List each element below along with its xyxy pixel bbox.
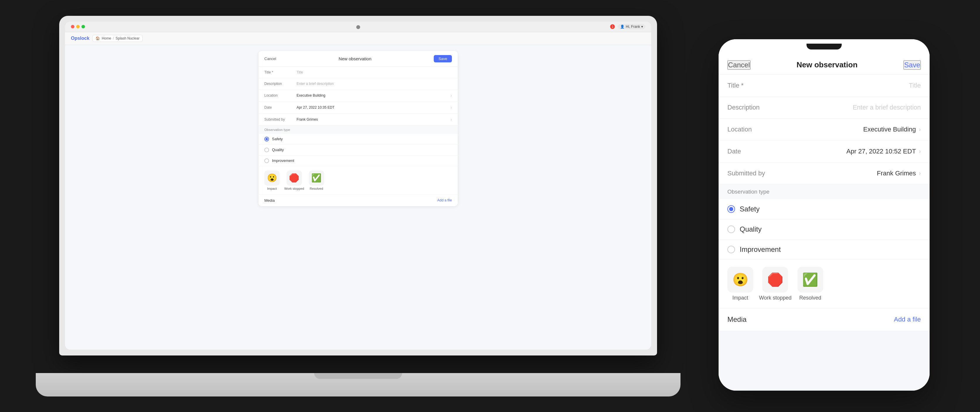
mobile-add-file-link[interactable]: Add a file [894,316,921,323]
laptop-radio-improvement-label: Improvement [272,158,294,163]
browser-chrome: Opslock 🏠 Home / Splash Nuclear [65,32,651,45]
breadcrumb-home: Home [102,36,111,40]
os-bar: ⬤ 1 👤 Hi, Frank ▾ [65,22,651,32]
mobile-radio-safety-label: Safety [740,205,760,213]
mobile-status-impact[interactable]: 😮 Impact [727,267,753,301]
laptop-work-stopped-emoji: 🛑 [286,170,302,185]
laptop-radio-quality-circle[interactable] [264,147,269,152]
mobile-description-input[interactable]: Enter a brief description [786,104,921,111]
mobile-radio-improvement-label: Improvement [740,246,781,254]
mobile-form-card: Cancel New observation Save Title * Titl… [719,54,930,331]
user-name: Hi, Frank [626,25,640,29]
laptop-save-button[interactable]: Save [434,55,452,62]
mobile-location-field[interactable]: Location Executive Building › [719,119,930,141]
mobile-radio-safety-circle[interactable] [727,205,735,213]
mobile-submitted-value: Frank Grimes [786,170,916,177]
mobile-title-input[interactable]: Title [786,82,921,89]
laptop-submitted-label: Submitted by [264,117,297,122]
os-bar-right: 1 👤 Hi, Frank ▾ [361,24,646,29]
laptop-work-stopped-label: Work stopped [284,187,304,190]
laptop-impact-emoji: 😮 [264,170,280,185]
chevron-down-icon: ▾ [641,25,643,29]
mobile-radio-quality-label: Quality [740,225,762,233]
laptop-status-resolved[interactable]: ✅ Resolved [309,170,324,190]
laptop-description-input[interactable]: Enter a brief description [297,82,452,86]
laptop-submitted-field[interactable]: Submitted by Frank Grimes › [258,114,458,126]
laptop-description-label: Description [264,82,297,86]
laptop-location-field[interactable]: Location Executive Building › [258,90,458,101]
submitted-chevron-icon: › [450,117,452,122]
laptop-cancel-button[interactable]: Cancel [264,57,276,61]
mobile-save-button[interactable]: Save [904,60,921,70]
laptop-add-file-link[interactable]: Add a file [437,198,452,202]
laptop-date-value: Apr 27, 2022 10:35 EDT [297,105,450,109]
os-dot-maximize[interactable] [81,25,85,29]
mobile-status-work-stopped[interactable]: 🛑 Work stopped [759,267,792,301]
mobile-date-field[interactable]: Date Apr 27, 2022 10:52 EDT › [719,141,930,163]
laptop-status-row: 😮 Impact 🛑 Work stopped ✅ Resolved [258,166,458,195]
laptop-title-input[interactable]: Title [297,70,452,74]
mobile-work-stopped-emoji: 🛑 [762,267,788,293]
mobile-description-label: Description [727,104,786,111]
phone-notch [807,44,842,49]
laptop-radio-improvement-circle[interactable] [264,158,269,163]
mobile-form-title: New observation [797,60,858,70]
mobile-date-chevron-icon: › [919,148,921,155]
mobile-radio-quality[interactable]: Quality [719,219,930,239]
user-badge[interactable]: 👤 Hi, Frank ▾ [618,24,645,29]
laptop-status-impact[interactable]: 😮 Impact [264,170,280,190]
mobile-impact-emoji: 😮 [727,267,753,293]
laptop-base [36,373,681,396]
mobile-phone: Cancel New observation Save Title * Titl… [719,39,930,391]
laptop-description-field: Description Enter a brief description [258,78,458,90]
laptop-date-field[interactable]: Date Apr 27, 2022 10:35 EDT › [258,101,458,114]
laptop-radio-safety[interactable]: Safety [258,134,458,145]
mobile-location-label: Location [727,126,786,133]
laptop-status-work-stopped[interactable]: 🛑 Work stopped [284,170,304,190]
mobile-submitted-chevron-icon: › [919,170,921,177]
home-icon: 🏠 [95,36,100,40]
breadcrumb-site: Splash Nuclear [116,36,140,40]
os-bar-center: ⬤ [356,25,361,29]
laptop-impact-label: Impact [267,187,277,190]
mobile-location-chevron-icon: › [919,126,921,133]
mobile-work-stopped-label: Work stopped [759,295,792,301]
mobile-date-label: Date [727,147,786,155]
mobile-radio-improvement-circle[interactable] [727,246,735,253]
laptop-form-title: New observation [276,56,434,61]
mobile-impact-label: Impact [732,295,748,301]
laptop-media-label: Media [264,198,275,203]
mobile-status-resolved[interactable]: ✅ Resolved [797,267,823,301]
mobile-status-row: 😮 Impact 🛑 Work stopped ✅ Resolved [719,260,930,308]
laptop-radio-safety-label: Safety [272,137,283,141]
laptop-media-row: Media Add a file [258,195,458,206]
mobile-radio-safety[interactable]: Safety [719,199,930,219]
breadcrumb[interactable]: 🏠 Home / Splash Nuclear [92,35,143,42]
laptop-date-label: Date [264,105,297,109]
laptop-location-value: Executive Building [297,93,450,98]
laptop-base-notch [314,373,402,379]
notification-badge[interactable]: 1 [610,24,615,29]
mobile-submitted-field[interactable]: Submitted by Frank Grimes › [719,163,930,184]
mobile-radio-improvement[interactable]: Improvement [719,239,930,260]
mobile-radio-quality-circle[interactable] [727,225,735,233]
mobile-cancel-button[interactable]: Cancel [727,60,751,70]
laptop-title-field: Title * Title [258,67,458,78]
laptop-resolved-label: Resolved [310,187,323,190]
location-chevron-icon: › [450,93,452,98]
phone-notch-area [719,39,930,54]
laptop-resolved-emoji: ✅ [309,170,324,185]
breadcrumb-separator: / [113,36,114,40]
mobile-submitted-label: Submitted by [727,170,786,177]
laptop-observation-type-header: Observation type [258,126,458,134]
mobile-date-value: Apr 27, 2022 10:52 EDT [786,147,916,155]
scene: ⬤ 1 👤 Hi, Frank ▾ Opslock [36,16,944,396]
date-chevron-icon: › [450,105,452,110]
os-bar-left [71,25,356,29]
os-dot-minimize[interactable] [76,25,80,29]
laptop-radio-safety-circle[interactable] [264,137,269,141]
os-dot-close[interactable] [71,25,75,29]
laptop-radio-quality[interactable]: Quality [258,145,458,155]
laptop-radio-quality-label: Quality [272,147,284,152]
laptop-radio-improvement[interactable]: Improvement [258,155,458,166]
